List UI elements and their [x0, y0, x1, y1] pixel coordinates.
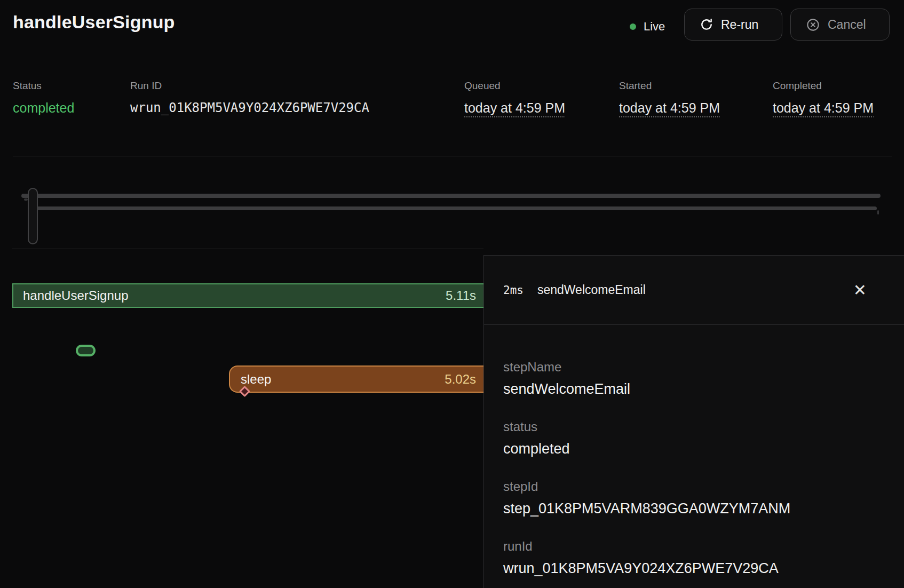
field-runId: runId wrun_01K8PM5VA9Y024XZ6PWE7V29CA: [503, 538, 883, 578]
span-label: handleUserSignup: [23, 288, 128, 303]
meta-status: Status completed: [13, 80, 74, 116]
field-label: status: [503, 419, 883, 435]
panel-header: 2ms sendWelcomeEmail ✕: [484, 256, 904, 325]
started-value: today at 4:59 PM: [619, 100, 720, 116]
close-icon[interactable]: ✕: [853, 282, 867, 298]
span-bar-handleUserSignup[interactable]: handleUserSignup 5.11s: [12, 283, 483, 308]
field-stepId: stepId step_01K8PM5VARM839GGA0WZYM7ANM: [503, 479, 883, 518]
timeline-zoom-handle[interactable]: [28, 188, 38, 244]
waterfall-top-border: [12, 249, 483, 249]
page-title: handleUserSignup: [13, 12, 175, 33]
run-id-value: wrun_01K8PM5VA9Y024XZ6PWE7V29CA: [130, 100, 369, 115]
field-value: sendWelcomeEmail: [503, 379, 883, 399]
completed-label: Completed: [773, 80, 874, 92]
meta-started: Started today at 4:59 PM: [619, 80, 720, 116]
status-label: Status: [13, 80, 74, 92]
completed-value: today at 4:59 PM: [773, 100, 874, 116]
meta-completed: Completed today at 4:59 PM: [773, 80, 874, 116]
minimap-mark-step: [24, 198, 28, 201]
cancel-button-label: Cancel: [828, 18, 866, 32]
queued-label: Queued: [464, 80, 565, 92]
field-value: completed: [503, 439, 883, 458]
meta-queued: Queued today at 4:59 PM: [464, 80, 565, 116]
live-label: Live: [644, 20, 665, 34]
field-value: step_01K8PM5VARM839GGA0WZYM7ANM: [503, 499, 883, 518]
circle-x-icon: [806, 18, 820, 32]
live-status-dot-icon: [630, 23, 636, 30]
run-id-label: Run ID: [130, 80, 369, 92]
queued-value: today at 4:59 PM: [464, 100, 565, 116]
field-value: wrun_01K8PM5VA9Y024XZ6PWE7V29CA: [503, 559, 883, 578]
meta-run-id: Run ID wrun_01K8PM5VA9Y024XZ6PWE7V29CA: [130, 80, 369, 115]
run-detail-page: handleUserSignup Live Re-run Cancel Stat…: [0, 0, 904, 588]
panel-step-duration: 2ms: [503, 284, 524, 297]
refresh-icon: [700, 18, 713, 31]
span-label: sleep: [241, 372, 271, 387]
cancel-button[interactable]: Cancel: [790, 9, 890, 41]
field-status: status completed: [503, 419, 883, 458]
step-detail-panel: 2ms sendWelcomeEmail ✕ stepName sendWelc…: [483, 255, 904, 588]
span-bar-sleep[interactable]: sleep 5.02s: [229, 365, 483, 393]
field-label: runId: [503, 538, 883, 554]
rerun-button[interactable]: Re-run: [684, 9, 782, 41]
panel-step-title: sendWelcomeEmail: [537, 283, 646, 297]
panel-fields: stepName sendWelcomeEmail status complet…: [484, 325, 904, 578]
minimap-bar-root: [21, 194, 881, 198]
span-duration: 5.02s: [445, 372, 476, 387]
live-indicator: Live: [630, 15, 665, 38]
rerun-button-label: Re-run: [721, 18, 758, 32]
field-label: stepName: [503, 359, 883, 375]
field-label: stepId: [503, 479, 883, 495]
section-divider: [13, 156, 892, 156]
status-value: completed: [13, 100, 74, 116]
started-label: Started: [619, 80, 720, 92]
minimap-bar-sleep: [31, 206, 877, 210]
minimap-mark-end: [877, 210, 879, 214]
field-stepName: stepName sendWelcomeEmail: [503, 359, 883, 399]
span-duration: 5.11s: [446, 288, 476, 303]
span-pill-sendWelcomeEmail[interactable]: [76, 345, 96, 356]
